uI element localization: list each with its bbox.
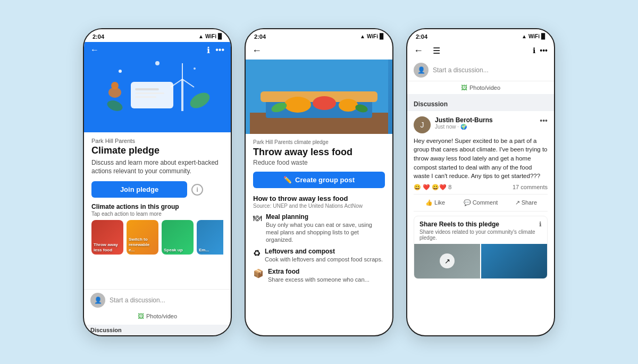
phone1-nav: ← ℹ ••• [84,42,231,58]
phone1-hero: ← ℹ ••• [84,42,231,132]
menu-icon-3[interactable]: ☰ [433,46,440,56]
status-bar-3: 2:04 ▲ WiFi ▉ [407,29,554,42]
action-card-bg-0: Throw away less food [91,220,123,255]
how-to-title: How to throw away less food [253,194,385,202]
action-card-3[interactable]: Em... [197,220,223,255]
food-image [246,60,392,134]
join-pledge-label: Join pledge [120,185,158,193]
food-svg [250,60,388,134]
phone1-body: Park Hill Parents Climate pledge Discuss… [84,132,231,289]
reactions-count: 😀 ❤️ 😀❤️ 8 [414,184,451,191]
action-card-label-1: Switch to renewable e... [129,237,156,252]
info-icon-3[interactable]: ℹ [533,46,535,55]
author-name: Justin Berot-Burns [435,116,493,124]
avatar-1: 👤 [90,293,105,308]
phone-2: 2:04 ▲ WiFi ▉ ← [245,28,393,336]
status-icons-3: ▲ WiFi ▉ [522,33,545,39]
action-card-bg-3: Em... [197,220,223,255]
leftovers-icon: ♻ [253,248,261,258]
svg-point-21 [313,96,336,110]
create-post-label: Create group post [295,176,355,184]
photo-icon-3: 🖼 [461,84,467,91]
share-reels-info-icon[interactable]: ℹ [539,221,542,228]
photo-video-label-1[interactable]: Photo/video [146,313,177,319]
pledge-desc-1: Discuss and learn more about expert-back… [91,158,223,176]
share-reels-desc: Share videos related to your community's… [414,229,547,244]
author-meta: Just now · 🌍 [435,124,493,130]
discussion-placeholder-1[interactable]: Start a discussion... [110,297,165,304]
svg-point-10 [155,61,160,65]
action-cards: Throw away less food Switch to renewable… [91,220,223,255]
post-avatar: J [414,116,431,133]
phone3-nav: ← ☰ ℹ ••• [407,42,554,60]
signal-icon-2: ▲ [360,33,365,39]
reel-image-0[interactable]: ↗ [414,244,480,278]
group-name-1: Park Hill Parents [91,138,223,144]
time-2: 2:04 [254,33,266,40]
pledge-small-label: Park Hill Parents climate pledge [253,139,385,145]
phone-3-content: ← ☰ ℹ ••• 👤 Start a discussion... 🖼 Phot… [407,42,554,335]
action-card-1[interactable]: Switch to renewable e... [127,220,158,255]
comments-count: 17 comments [513,184,548,190]
status-bar-1: 2:04 ▲ WiFi ▉ [84,29,231,42]
post-reactions-row: 😀 ❤️ 😀❤️ 8 17 comments [414,184,548,191]
post-more-menu[interactable]: ••• [540,116,548,125]
phone2-nav: ← [246,42,392,60]
post-text: Hey everyone! Super excited to be a part… [414,137,548,181]
create-group-post-button[interactable]: ✏️ Create group post [253,172,385,188]
phones-container: 2:04 ▲ WiFi ▉ ← ℹ ••• [72,18,566,347]
leftovers-title: Leftovers and compost [265,248,383,255]
like-label: Like [434,199,445,206]
action-card-bg-2: Speak up [162,220,194,255]
reaction-emoji-2: ❤️ [423,184,430,190]
start-discussion-row: 👤 Start a discussion... [407,60,554,81]
share-button[interactable]: ↗ Share [505,198,548,208]
wifi-icon-3: WiFi [528,33,540,39]
discussion-section-label: Discussion [407,97,554,111]
how-to-item-0: 🍽 Meal planning Buy only what you can ea… [253,213,385,244]
share-reels-title: Share Reels to this pledge [419,221,499,228]
comment-label: Comment [473,199,498,206]
share-reels-card: Share Reels to this pledge ℹ Share video… [414,216,548,279]
discussion-label-bar-1: Discussion [84,325,231,335]
share-icon: ↗ [515,199,520,206]
nav-icons-right-1: ℹ ••• [207,45,224,55]
back-arrow-3[interactable]: ← [414,45,423,56]
phone3-nav-left: ← ☰ [414,45,440,56]
status-icons-2: ▲ WiFi ▉ [360,33,384,39]
status-icons-1: ▲ WiFi ▉ [198,33,222,39]
reels-images: ↗ [414,244,547,278]
battery-icon-1: ▉ [218,33,222,39]
start-discussion-placeholder[interactable]: Start a discussion... [433,66,489,74]
action-card-0[interactable]: Throw away less food [91,220,123,255]
action-card-2[interactable]: Speak up [162,220,194,255]
join-info-icon[interactable]: i [191,184,203,196]
post-actions-row: 👍 Like 💬 Comment ↗ Share [414,194,548,211]
status-bar-2: 2:04 ▲ WiFi ▉ [246,29,392,42]
reel-share-icon-0: ↗ [440,253,455,268]
extra-food-icon: 📦 [253,268,264,278]
more-icon-3[interactable]: ••• [540,46,548,55]
svg-rect-7 [135,92,164,94]
like-icon: 👍 [425,199,433,206]
reel-image-1[interactable] [481,244,547,278]
join-pledge-row: Join pledge i [91,181,223,198]
phone-1: 2:04 ▲ WiFi ▉ ← ℹ ••• [83,28,232,336]
share-reels-header: Share Reels to this pledge ℹ [414,216,547,229]
like-button[interactable]: 👍 Like [414,198,457,208]
svg-point-22 [339,99,358,112]
info-icon-1[interactable]: ℹ [207,45,210,55]
back-arrow-1[interactable]: ← [90,45,99,55]
join-pledge-button[interactable]: Join pledge [91,181,187,198]
back-arrow-2[interactable]: ← [252,45,262,56]
action-card-label-0: Throw away less food [94,242,121,252]
comment-button[interactable]: 💬 Comment [459,198,502,208]
more-icon-1[interactable]: ••• [215,45,224,55]
extra-food-title: Extra food [268,268,370,275]
reaction-emoji-1: 😀 [414,184,421,190]
phone3-nav-right: ℹ ••• [533,46,548,55]
photo-video-label-3[interactable]: Photo/video [469,84,500,91]
meal-planning-title: Meal planning [266,213,385,221]
svg-point-9 [119,70,122,73]
how-to-source: Source: UNEP and the United Nations ActN… [253,203,385,209]
